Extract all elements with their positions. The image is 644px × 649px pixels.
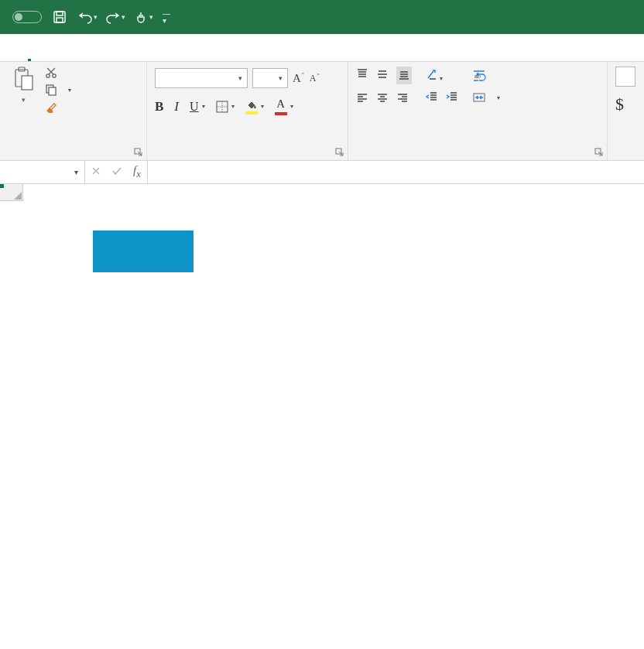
accounting-format-icon[interactable]: $ xyxy=(615,94,624,114)
formula-bar-row: ▾ fx xyxy=(0,161,644,184)
tab-data[interactable] xyxy=(128,50,132,61)
bold-button[interactable]: B xyxy=(155,99,163,114)
redo-icon[interactable]: ▾ xyxy=(105,7,125,27)
cancel-formula-icon[interactable] xyxy=(91,166,101,178)
font-color-button[interactable]: A xyxy=(275,97,287,115)
insert-function-icon[interactable]: fx xyxy=(133,164,141,180)
borders-button[interactable]: ▾ xyxy=(216,101,235,113)
tab-file[interactable] xyxy=(8,50,11,61)
tab-insert[interactable] xyxy=(48,50,51,61)
alignment-group-label xyxy=(356,155,599,159)
autosave-toggle[interactable] xyxy=(8,11,42,23)
align-top-icon[interactable] xyxy=(356,68,368,83)
chevron-down-icon: ▾ xyxy=(279,74,283,82)
chevron-down-icon: ▾ xyxy=(202,103,205,110)
ribbon: ▾ ▾ xyxy=(0,62,644,161)
tab-help[interactable] xyxy=(189,50,192,61)
clipboard-group-label xyxy=(8,155,139,159)
align-right-icon[interactable] xyxy=(396,92,409,107)
chevron-down-icon: ▾ xyxy=(238,74,242,82)
svg-rect-5 xyxy=(22,76,33,90)
decrease-font-icon[interactable]: A˅ xyxy=(310,73,320,84)
svg-rect-11 xyxy=(217,101,228,112)
svg-point-6 xyxy=(46,74,50,77)
qat-customize-icon[interactable]: —▾ xyxy=(161,7,172,27)
formula-bar-input[interactable] xyxy=(148,161,644,183)
tab-draw[interactable] xyxy=(68,50,71,61)
ribbon-tabs xyxy=(0,34,644,62)
tab-view[interactable] xyxy=(169,50,172,61)
underline-button[interactable]: U▾ xyxy=(190,100,205,114)
group-number: $ xyxy=(608,62,644,160)
increase-indent-icon[interactable] xyxy=(446,91,458,105)
align-center-icon[interactable] xyxy=(376,92,389,107)
name-box[interactable]: ▾ xyxy=(0,161,85,183)
paste-dropdown-icon[interactable]: ▾ xyxy=(22,96,26,104)
undo-icon[interactable]: ▾ xyxy=(77,7,98,27)
chevron-down-icon[interactable]: ▾ xyxy=(290,103,293,110)
align-bottom-icon[interactable] xyxy=(396,67,412,84)
svg-rect-0 xyxy=(54,12,65,22)
copy-dropdown-icon[interactable]: ▾ xyxy=(68,87,71,94)
tab-review[interactable] xyxy=(149,50,152,61)
svg-text:ab: ab xyxy=(474,73,481,79)
decrease-indent-icon[interactable] xyxy=(426,91,438,105)
svg-rect-9 xyxy=(49,87,56,95)
svg-rect-1 xyxy=(57,12,63,15)
wrap-text-button[interactable]: ab xyxy=(472,69,500,83)
font-group-label xyxy=(155,155,340,159)
chevron-down-icon: ▾ xyxy=(440,75,443,82)
chevron-down-icon[interactable]: ▾ xyxy=(497,94,500,101)
spreadsheet-grid[interactable] xyxy=(0,184,644,649)
group-font: ▾ ▾ A˄ A˅ B I U▾ ▾ ▾ xyxy=(147,62,348,160)
cut-button[interactable] xyxy=(45,67,71,79)
alteryx-logo-image[interactable] xyxy=(93,231,194,272)
paste-button[interactable]: ▾ xyxy=(8,67,39,113)
font-launcher-icon[interactable] xyxy=(335,148,344,157)
font-name-select[interactable]: ▾ xyxy=(155,68,248,88)
format-painter-button[interactable] xyxy=(45,101,71,113)
autosave-switch[interactable] xyxy=(12,11,42,23)
tab-ablebits[interactable] xyxy=(209,50,212,61)
group-clipboard: ▾ ▾ xyxy=(0,62,147,160)
tab-formulas[interactable] xyxy=(108,50,111,61)
align-middle-icon[interactable] xyxy=(376,68,389,83)
orientation-icon[interactable]: ▾ xyxy=(426,68,443,83)
touch-mode-icon[interactable]: ▾ xyxy=(133,7,153,27)
svg-rect-2 xyxy=(57,18,63,22)
enter-formula-icon[interactable] xyxy=(111,166,122,178)
number-format-select[interactable] xyxy=(615,67,635,87)
save-icon[interactable] xyxy=(50,7,70,27)
font-size-select[interactable]: ▾ xyxy=(252,68,288,88)
title-bar: ▾ ▾ ▾ —▾ xyxy=(0,0,644,34)
clipboard-launcher-icon[interactable] xyxy=(134,148,143,157)
alignment-launcher-icon[interactable] xyxy=(594,148,604,157)
chevron-down-icon: ▾ xyxy=(231,103,235,110)
svg-point-7 xyxy=(53,74,56,77)
italic-button[interactable]: I xyxy=(174,99,179,114)
copy-button[interactable]: ▾ xyxy=(45,84,71,96)
chevron-down-icon: ▾ xyxy=(74,168,78,176)
tab-home[interactable] xyxy=(28,50,31,61)
fill-color-button[interactable] xyxy=(245,99,258,114)
group-alignment: ▾ ab ▾ xyxy=(348,62,608,160)
select-all-corner[interactable] xyxy=(0,184,23,201)
align-left-icon[interactable] xyxy=(356,92,368,107)
chevron-down-icon[interactable]: ▾ xyxy=(261,103,264,110)
increase-font-icon[interactable]: A˄ xyxy=(293,72,305,85)
tab-page-layout[interactable] xyxy=(88,50,91,61)
merge-center-button[interactable]: ▾ xyxy=(472,91,500,104)
